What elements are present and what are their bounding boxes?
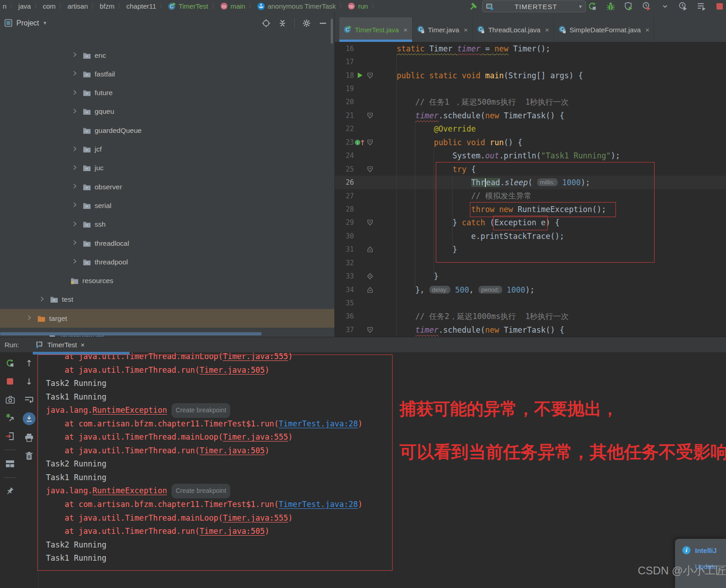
up-icon[interactable]: ↑ — [24, 358, 35, 369]
chevron-right-icon[interactable] — [73, 146, 83, 153]
chevron-down-icon[interactable]: ▼ — [43, 20, 47, 25]
chevron-right-icon[interactable] — [73, 165, 83, 172]
exit-icon[interactable] — [5, 431, 15, 441]
fold-marker-icon[interactable] — [366, 219, 374, 226]
code-line-33[interactable]: 33 } — [335, 269, 726, 283]
breadcrumb-item-run[interactable]: mrun — [348, 2, 368, 10]
project-panel-title[interactable]: Project — [16, 19, 39, 27]
clear-icon[interactable] — [24, 451, 35, 461]
code-line-16[interactable]: 16 static Timer timer = new Timer(); — [335, 42, 726, 55]
chevron-right-icon[interactable] — [73, 259, 83, 265]
chevron-right-icon[interactable] — [73, 240, 83, 247]
stop-icon[interactable] — [715, 2, 724, 11]
fold-marker-icon[interactable] — [366, 166, 374, 172]
profile-dim-icon[interactable] — [679, 2, 688, 11]
breadcrumb-item-chapter11[interactable]: chapter11 — [126, 2, 156, 10]
breadcrumb-item-main[interactable]: mmain — [220, 2, 246, 10]
fold-marker-icon[interactable] — [366, 287, 374, 293]
tab-timer.java[interactable]: CTimer.java× — [413, 17, 473, 42]
line-number: 21 — [339, 112, 354, 120]
down-icon[interactable]: ↓ — [24, 376, 35, 387]
run-list-icon[interactable] — [697, 2, 706, 11]
fold-marker-icon[interactable] — [366, 112, 374, 119]
breadcrumb-item-n[interactable]: n — [3, 2, 6, 10]
chevron-right-icon[interactable] — [73, 52, 83, 59]
chevron-right-icon[interactable] — [73, 108, 83, 115]
chevron-right-icon[interactable] — [40, 296, 50, 303]
close-icon[interactable]: × — [403, 26, 408, 34]
tree-item-label: threadpool — [94, 258, 128, 266]
thread-dump-icon[interactable] — [5, 394, 15, 405]
collapse-all-icon[interactable] — [278, 19, 287, 28]
indent-guide — [434, 149, 434, 276]
resources-folder-icon — [71, 277, 81, 284]
folder-icon — [83, 146, 94, 153]
line-number: 29 — [339, 218, 354, 227]
stop-icon[interactable] — [5, 376, 15, 387]
settings-icon[interactable] — [302, 19, 311, 28]
breadcrumb-item-com[interactable]: com — [43, 2, 55, 10]
tab-simpledateformat.java[interactable]: CSimpleDateFormat.java× — [554, 17, 655, 42]
attach-icon[interactable] — [5, 412, 15, 423]
run-configuration-selector[interactable]: TIMERTEST ▼ — [482, 0, 586, 12]
close-icon[interactable]: × — [645, 26, 650, 34]
hide-icon[interactable] — [318, 19, 328, 28]
tree-item-target[interactable]: target — [0, 309, 362, 328]
breadcrumb-item-anonymous-timertask[interactable]: anonymous TimerTask — [257, 2, 336, 10]
chevron-right-icon[interactable] — [73, 183, 83, 190]
code-line-17[interactable]: 17 — [335, 55, 726, 68]
coverage-icon[interactable] — [624, 2, 633, 11]
soft-wrap-icon[interactable] — [24, 394, 35, 405]
profile-icon[interactable] — [642, 2, 651, 11]
code-line-34[interactable]: 34 }, delay: 500, period: 1000); — [335, 283, 726, 296]
chevron-right-icon[interactable] — [73, 90, 83, 96]
restore-layout-icon[interactable] — [5, 458, 15, 469]
rerun-icon[interactable] — [588, 2, 597, 11]
chevron-right-icon[interactable] — [73, 71, 83, 77]
fold-marker-icon[interactable] — [366, 327, 374, 333]
close-icon[interactable]: × — [545, 26, 549, 34]
tab-timertest.java[interactable]: CTimerTest.java× — [339, 17, 413, 42]
chevron-right-icon[interactable] — [27, 315, 37, 322]
code-line-37[interactable]: 37 timer.schedule(new TimerTask() { — [335, 323, 726, 336]
breadcrumb-item-bfzm[interactable]: bfzm — [100, 2, 115, 10]
pin-icon[interactable] — [5, 486, 15, 497]
breadcrumb-item-timertest[interactable]: CTimerTest — [168, 2, 208, 10]
code-line-22[interactable]: 22 @Override — [335, 122, 726, 136]
scroll-end-icon[interactable] — [23, 412, 35, 425]
code-line-24[interactable]: 24 System.out.println("Task1 Running"); — [335, 149, 726, 162]
chevron-right-icon[interactable] — [73, 221, 83, 228]
code-line-36[interactable]: 36 // 任务2，延迟1000ms执行 1秒执行一次 — [335, 310, 726, 323]
tree-horizontal-scrollbar[interactable] — [0, 332, 262, 335]
breadcrumb-item-java[interactable]: java — [18, 2, 31, 10]
code-line-18[interactable]: 18 public static void main(String[] args… — [335, 69, 726, 82]
locate-icon[interactable] — [262, 19, 271, 28]
code-line-23[interactable]: 23I public void run() { — [335, 136, 726, 149]
code-line-20[interactable]: 20 // 任务1 ，延迟500ms执行 1秒执行一次 — [335, 96, 726, 109]
svg-text:m: m — [349, 3, 353, 9]
tree-item-label: serial — [94, 202, 111, 210]
breadcrumb-label: java — [18, 2, 31, 10]
fold-marker-icon[interactable] — [366, 273, 374, 279]
fold-marker-icon[interactable] — [366, 139, 374, 146]
fold-marker-icon[interactable] — [366, 72, 374, 79]
fold-marker-icon[interactable] — [366, 246, 374, 253]
rerun-icon[interactable] — [5, 358, 15, 369]
debug-icon[interactable] — [606, 2, 615, 11]
build-hammer-icon[interactable] — [469, 1, 479, 11]
print-icon[interactable] — [24, 432, 35, 443]
tab-threadlocal.java[interactable]: CThreadLocal.java× — [473, 17, 554, 42]
code-line-21[interactable]: 21 timer.schedule(new TimerTask() { — [335, 109, 726, 122]
run-tool-window: Run: TimerTest × ↑↓ at java.util.TimerTh… — [0, 337, 726, 588]
close-icon[interactable]: × — [464, 26, 468, 34]
breadcrumb-item-artisan[interactable]: artisan — [67, 2, 88, 10]
close-icon[interactable]: × — [81, 341, 85, 349]
code-line-19[interactable]: 19 — [335, 82, 726, 95]
line-number: 35 — [339, 299, 354, 307]
line-number: 26 — [339, 178, 354, 187]
chevron-right-icon[interactable] — [73, 202, 83, 209]
run-line-icon[interactable] — [354, 72, 366, 79]
code-line-35[interactable]: 35 — [335, 296, 726, 309]
tree-vertical-scrollbar[interactable] — [331, 19, 333, 44]
tree-item-test[interactable]: test — [0, 290, 374, 309]
